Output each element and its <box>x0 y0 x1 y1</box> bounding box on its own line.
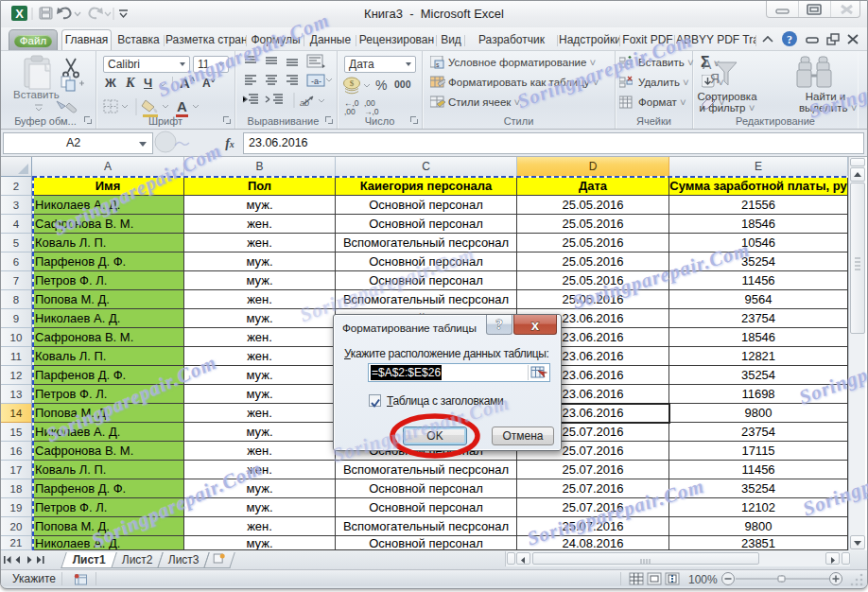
svg-text:-a-: -a- <box>311 77 321 86</box>
svg-text:?: ? <box>787 33 792 46</box>
svg-text:A: A <box>177 98 187 114</box>
svg-text:s: s <box>436 61 440 68</box>
svg-text:%: % <box>375 78 387 93</box>
svg-text:000: 000 <box>394 78 411 90</box>
svg-text:x: x <box>531 317 540 333</box>
svg-text:А: А <box>703 57 712 72</box>
svg-text:$: $ <box>350 78 355 88</box>
svg-text:?: ? <box>495 317 503 332</box>
svg-text:ab: ab <box>300 98 309 108</box>
svg-text:R: R <box>710 71 720 86</box>
